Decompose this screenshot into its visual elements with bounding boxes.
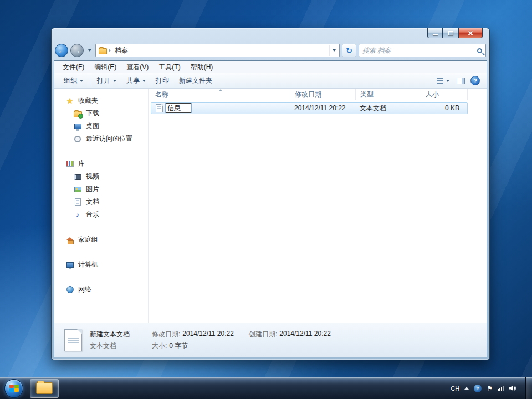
sidebar-section-computer[interactable]: 计算机 [54,258,148,271]
menu-item-help[interactable]: 帮助(H) [186,61,218,73]
menu-item-file[interactable]: 文件(F) [58,61,89,73]
print-button[interactable]: 打印 [151,75,174,87]
sidebar-item-label: 最近访问的位置 [86,134,132,144]
close-icon [468,30,473,36]
taskbar: CH ? ⚑ [0,377,532,399]
list-view-icon [437,78,443,84]
help-button[interactable]: ? [470,76,480,85]
sidebar-item-documents[interactable]: 文档 [54,196,148,208]
details-modified-label: 修改日期: [152,330,180,339]
network-icon [66,286,74,293]
details-created: 创建日期: 2014/12/11 20:22 [249,330,331,339]
details-grid: 新建文本文档 修改日期: 2014/12/11 20:22 创建日期: 2014… [90,330,331,351]
details-created-label: 创建日期: [249,330,277,339]
column-label: 类型 [360,90,374,99]
refresh-button[interactable]: ↻ [342,44,356,57]
address-bar[interactable]: 档案 [95,44,340,57]
file-row[interactable]: 2014/12/11 20:22 文本文档 0 KB [151,102,468,114]
show-desktop-button[interactable] [525,377,532,399]
sidebar-item-desktop[interactable]: 桌面 [54,120,148,132]
downloads-folder-icon [74,111,82,117]
sidebar-label: 收藏夹 [78,96,98,105]
file-preview-icon [64,329,82,351]
open-button[interactable]: 打开 [92,75,121,87]
sidebar-item-label: 音乐 [86,210,99,219]
column-headers: 名称 修改日期 类型 大小 [151,89,487,100]
titlebar[interactable] [54,28,487,43]
menu-item-view[interactable]: 查看(V) [121,61,154,73]
desktop: ← → 档案 ↻ 文件(F) 编辑(E) 查看(V) 工具(T) 帮助(H) [0,0,532,399]
language-indicator[interactable]: CH [451,385,459,392]
column-label: 修改日期 [295,90,321,99]
chevron-down-icon [142,80,146,82]
taskbar-explorer-button[interactable] [30,379,59,398]
windows-flag-icon [9,385,19,392]
details-modified-value: 2014/12/11 20:22 [182,330,234,339]
sidebar-item-downloads[interactable]: 下载 [54,107,148,120]
forward-button[interactable]: → [70,44,84,57]
organize-button[interactable]: 组织 [59,75,88,87]
details-file-name: 新建文本文档 [90,330,152,339]
recent-pages-dropdown[interactable] [86,44,93,57]
hidden-icons-button[interactable] [464,387,469,390]
text-file-icon [156,104,163,112]
sidebar-section-homegroup[interactable]: 家庭组 [54,233,148,246]
navigation-pane: ★ 收藏夹 下载 桌面 最近访问的位置 [54,89,149,323]
new-folder-button[interactable]: 新建文件夹 [174,75,217,87]
star-icon: ★ [65,96,74,105]
rename-input[interactable] [166,103,191,113]
desktop-icon [74,124,81,129]
command-bar: 组织 打开 共享 打印 新建文件夹 [54,73,487,89]
preview-pane-button[interactable] [457,78,465,84]
sidebar-label: 库 [78,159,85,168]
file-name-cell [151,103,290,113]
toolbar-right-group: ? [435,75,482,87]
details-size-value: 0 字节 [169,341,188,351]
volume-tray-icon[interactable] [509,385,517,391]
sidebar-section-network[interactable]: 网络 [54,283,148,296]
start-button[interactable] [4,379,23,398]
sidebar-item-music[interactable]: ♪ 音乐 [54,208,148,221]
sidebar-item-videos[interactable]: 视频 [54,170,148,183]
sidebar-item-recent-places[interactable]: 最近访问的位置 [54,132,148,145]
column-header-size[interactable]: 大小 [421,89,468,100]
back-button[interactable]: ← [55,44,68,57]
column-header-type[interactable]: 类型 [356,89,421,100]
file-list: 名称 修改日期 类型 大小 [149,89,487,323]
column-header-name[interactable]: 名称 [151,89,290,100]
maximize-button[interactable] [443,28,458,38]
caption-buttons [427,28,483,38]
help-tray-icon[interactable]: ? [474,385,482,392]
menu-item-edit[interactable]: 编辑(E) [89,61,121,73]
minimize-icon [433,34,438,35]
sidebar-section-libraries[interactable]: 库 [54,157,148,170]
address-history-dropdown[interactable] [329,45,338,56]
search-input[interactable] [362,47,477,54]
column-header-date-modified[interactable]: 修改日期 [290,89,356,100]
details-file-type: 文本文档 [90,341,152,351]
sidebar-label: 家庭组 [78,235,98,244]
refresh-icon: ↻ [346,46,352,55]
sidebar-item-label: 下载 [86,109,99,118]
folder-icon [99,48,107,54]
breadcrumb-item[interactable]: 档案 [112,46,130,55]
close-button[interactable] [458,28,483,38]
change-view-button[interactable] [435,75,451,87]
sidebar-item-label: 文档 [86,197,99,207]
details-pane: 新建文本文档 修改日期: 2014/12/11 20:22 创建日期: 2014… [54,323,487,357]
chevron-up-icon [464,387,469,390]
explorer-window: ← → 档案 ↻ 文件(F) 编辑(E) 查看(V) 工具(T) 帮助(H) [51,28,490,360]
sidebar-section-favorites[interactable]: ★ 收藏夹 [54,94,148,107]
column-label: 名称 [155,90,168,99]
share-button[interactable]: 共享 [121,75,151,87]
minimize-button[interactable] [427,28,443,38]
menu-item-tools[interactable]: 工具(T) [154,61,185,73]
action-center-flag-icon[interactable]: ⚑ [487,385,493,392]
details-size-label: 大小: [152,341,167,351]
sidebar-item-pictures[interactable]: 图片 [54,183,148,196]
sidebar-label: 计算机 [78,260,98,269]
search-icon [477,48,482,53]
network-tray-icon[interactable] [498,386,504,391]
pictures-icon [74,187,81,192]
column-label: 大小 [426,90,439,99]
